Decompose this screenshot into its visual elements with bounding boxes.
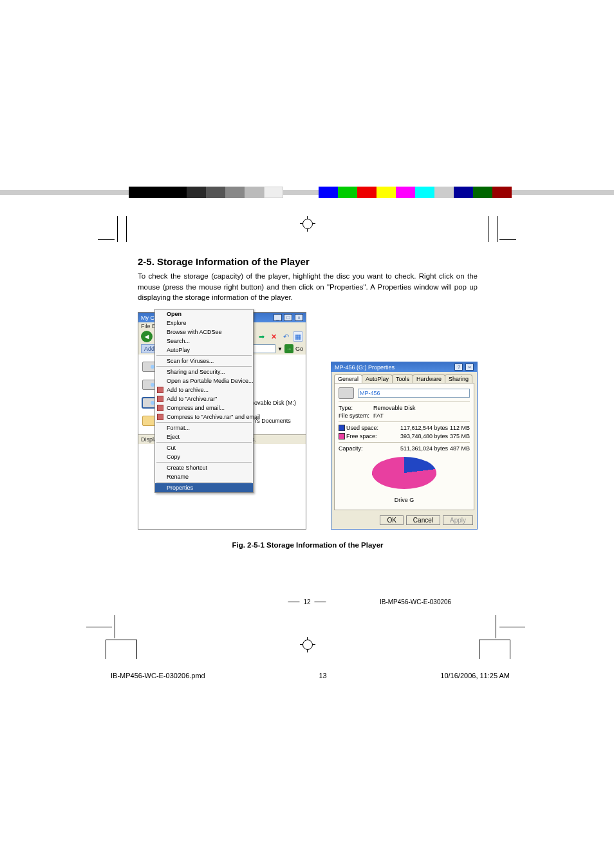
- undo-icon[interactable]: ↶: [281, 331, 291, 342]
- capacity-label: Capacity:: [339, 445, 380, 452]
- menu-properties[interactable]: Properties: [155, 483, 253, 492]
- free-bytes: 393,748,480 bytes: [380, 433, 448, 439]
- used-mb: 112 MB: [448, 425, 470, 431]
- tab-tools[interactable]: Tools: [392, 374, 413, 383]
- pmd-footer: IB-MP456-WC-E-030206.pmd 13 10/16/2006, …: [111, 672, 510, 679]
- tab-hardware[interactable]: Hardware: [413, 374, 445, 383]
- menu-create-shortcut[interactable]: Create Shortcut: [155, 463, 253, 472]
- tab-autoplay[interactable]: AutoPlay: [362, 374, 393, 383]
- apply-button[interactable]: Apply: [443, 515, 473, 525]
- menu-open[interactable]: Open: [155, 309, 253, 319]
- go-button[interactable]: →: [284, 344, 293, 353]
- properties-dialog: MP-456 (G:) Properties ? × General AutoP…: [331, 362, 478, 530]
- printer-color-bars: [0, 187, 614, 198]
- free-mb: 375 MB: [448, 433, 470, 439]
- cancel-button[interactable]: Cancel: [406, 515, 440, 525]
- section-heading: 2-5. Storage Information of the Player: [138, 256, 478, 267]
- registration-mark-bottom: [300, 637, 315, 652]
- properties-tabs: General AutoPlay Tools Hardware Sharing: [331, 372, 477, 383]
- figure-caption: Fig. 2-5-1 Storage Information of the Pl…: [138, 541, 478, 549]
- free-label: Free space:: [346, 433, 380, 439]
- menu-autoplay[interactable]: AutoPlay: [155, 346, 253, 355]
- pmd-page: 13: [319, 672, 326, 679]
- tab-sharing[interactable]: Sharing: [445, 374, 472, 383]
- rar-icon: [157, 387, 163, 393]
- fs-label: File system:: [339, 412, 373, 419]
- menu-cut[interactable]: Cut: [155, 443, 253, 452]
- menu-eject[interactable]: Eject: [155, 432, 253, 441]
- volume-name-field[interactable]: [358, 389, 470, 398]
- menu-add-archive[interactable]: Add to archive...: [155, 385, 253, 394]
- used-bytes: 117,612,544 bytes: [380, 425, 448, 431]
- delete-icon[interactable]: ✕: [268, 331, 279, 342]
- help-icon[interactable]: ?: [454, 364, 463, 371]
- tab-body-general: Type: Removable Disk File system: FAT Us…: [334, 383, 474, 510]
- minimize-icon[interactable]: _: [274, 314, 282, 321]
- fs-value: FAT: [373, 412, 470, 419]
- properties-titlebar: MP-456 (G:) Properties ? ×: [331, 362, 477, 372]
- menu-scan-viruses[interactable]: Scan for Viruses...: [155, 356, 253, 365]
- menu-rename[interactable]: Rename: [155, 472, 253, 481]
- window-buttons[interactable]: _ □ ×: [273, 314, 303, 321]
- rar-icon: [157, 405, 163, 411]
- maximize-icon[interactable]: □: [284, 314, 292, 321]
- context-menu[interactable]: Open Explore Browse with ACDSee Search..…: [154, 309, 254, 493]
- figure-row: Open Explore Browse with ACDSee Search..…: [138, 312, 478, 530]
- menu-search[interactable]: Search...: [155, 337, 253, 346]
- explorer-window: Open Explore Browse with ACDSee Search..…: [138, 312, 306, 530]
- menu-portable-media[interactable]: Open as Portable Media Device...: [155, 376, 253, 385]
- type-value: Removable Disk: [373, 405, 470, 411]
- tab-general[interactable]: General: [334, 374, 362, 383]
- used-label: Used space:: [346, 425, 380, 431]
- document-number: IB-MP456-WC-E-030206: [380, 598, 451, 605]
- views-icon[interactable]: ▦: [293, 331, 303, 342]
- menu-add-archive-rar[interactable]: Add to "Archive.rar": [155, 394, 253, 403]
- back-button[interactable]: ◄: [141, 331, 153, 342]
- menu-browse-acdsee[interactable]: Browse with ACDSee: [155, 328, 253, 337]
- registration-mark-top: [300, 216, 315, 232]
- capacity-bytes: 511,361,024 bytes: [380, 445, 448, 452]
- rar-icon: [157, 414, 163, 420]
- menu-explore[interactable]: Explore: [155, 319, 253, 328]
- close-icon[interactable]: ×: [465, 364, 474, 371]
- capacity-mb: 487 MB: [448, 445, 470, 452]
- free-swatch: [339, 433, 345, 439]
- menu-sharing[interactable]: Sharing and Security...: [155, 367, 253, 376]
- rar-icon: [157, 396, 163, 402]
- menu-format[interactable]: Format...: [155, 423, 253, 432]
- ok-button[interactable]: OK: [380, 515, 403, 525]
- menu-compress-rar-email[interactable]: Compress to "Archive.rar" and email: [155, 412, 253, 421]
- page-number: 12: [288, 598, 326, 605]
- go-label: Go: [295, 346, 303, 352]
- menu-copy[interactable]: Copy: [155, 452, 253, 461]
- pie-chart: [372, 457, 436, 495]
- close-icon[interactable]: ×: [295, 314, 303, 321]
- section-paragraph: To check the storage (capacity) of the p…: [138, 271, 478, 303]
- properties-title: MP-456 (G:) Properties: [335, 364, 395, 371]
- type-label: Type:: [339, 405, 373, 411]
- pmd-timestamp: 10/16/2006, 11:25 AM: [440, 672, 510, 679]
- copy-to-icon[interactable]: ➡: [256, 331, 266, 342]
- used-swatch: [339, 425, 345, 431]
- volume-icon: [339, 387, 354, 399]
- drive-pie-label: Drive G: [339, 497, 470, 503]
- pmd-filename: IB-MP456-WC-E-030206.pmd: [111, 672, 205, 679]
- menu-compress-email[interactable]: Compress and email...: [155, 403, 253, 412]
